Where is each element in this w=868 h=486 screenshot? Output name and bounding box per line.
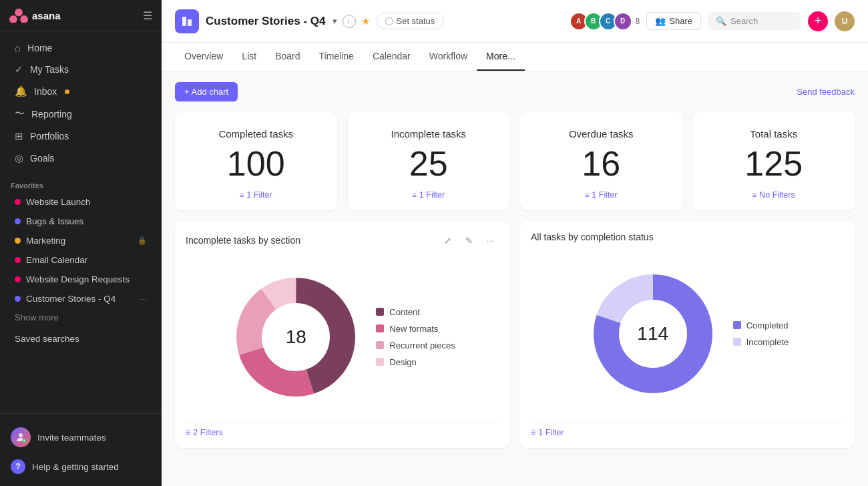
favorites-label: Favorites	[0, 175, 162, 192]
tab-list[interactable]: List	[232, 43, 266, 71]
invite-teammates[interactable]: + Invite teammates	[0, 421, 162, 454]
chart-header: Incomplete tasks by section ⤢ ✎ ···	[186, 232, 499, 249]
legend-item: Content	[376, 307, 455, 317]
fav-item-customer-stories[interactable]: Customer Stories - Q4 ···	[4, 290, 158, 308]
svg-point-2	[20, 15, 28, 23]
fav-item-label: Customer Stories - Q4	[26, 294, 116, 304]
svg-point-3	[19, 433, 23, 437]
chevron-down-icon[interactable]: ▾	[333, 16, 337, 26]
tab-more[interactable]: More...	[477, 43, 525, 71]
chart-title: All tasks by completion status	[531, 232, 654, 242]
tab-calendar[interactable]: Calendar	[363, 43, 420, 71]
legend-item: New formats	[376, 324, 455, 334]
topbar-icons: ▾ i ★	[333, 15, 370, 28]
stat-filter[interactable]: ≡ No Filters	[706, 190, 842, 200]
legend-item: Recurrent pieces	[376, 340, 455, 350]
inbox-notification-dot	[65, 89, 69, 94]
user-avatar[interactable]: U	[835, 11, 855, 31]
stat-filter[interactable]: ≡ 1 Filter	[361, 190, 497, 200]
stat-card-title: Total tasks	[706, 128, 842, 140]
chart-body: 114 Completed Incomplete	[531, 250, 844, 417]
legend-item: Completed	[733, 320, 789, 330]
stat-filter[interactable]: ≡ 1 Filter	[533, 190, 669, 200]
svg-rect-7	[188, 19, 192, 26]
chart-body: 18 Content New formats Rec	[186, 257, 499, 417]
sidebar: asana ☰ ⌂ Home ✓ My Tasks 🔔 Inbox 〜 Repo…	[0, 0, 162, 486]
chart1-footer[interactable]: ≡ 2 Filters	[186, 422, 499, 437]
stat-filter[interactable]: ≡ 1 Filter	[188, 190, 324, 200]
fav-item-label: Website Design Requests	[26, 274, 130, 284]
fav-color-dot	[15, 296, 21, 302]
show-more-link[interactable]: Show more	[4, 309, 158, 326]
fav-item-bugs-issues[interactable]: Bugs & Issues	[4, 212, 158, 230]
more-icon: ···	[140, 294, 147, 304]
chart-header: All tasks by completion status	[531, 232, 844, 242]
donut-chart-2: 114	[586, 267, 720, 401]
svg-rect-6	[182, 17, 186, 26]
chart-card-incomplete-by-section: Incomplete tasks by section ⤢ ✎ ···	[175, 221, 509, 448]
donut-chart-1: 18	[229, 270, 363, 404]
tab-board[interactable]: Board	[266, 43, 309, 71]
send-feedback-link[interactable]: Send feedback	[797, 87, 855, 97]
project-icon	[175, 9, 199, 33]
asana-logo[interactable]: asana	[9, 8, 61, 23]
more-options-icon[interactable]: ···	[481, 232, 499, 249]
lock-icon: 🔒	[138, 236, 147, 245]
fav-item-label: Bugs & Issues	[26, 216, 83, 226]
help-circle-icon: ?	[11, 459, 25, 474]
fav-item-website-design[interactable]: Website Design Requests	[4, 270, 158, 288]
tab-workflow[interactable]: Workflow	[420, 43, 477, 71]
sidebar-item-goals[interactable]: ◎ Goals	[4, 148, 158, 169]
nav-items: ⌂ Home ✓ My Tasks 🔔 Inbox 〜 Reporting ⊞ …	[0, 31, 162, 175]
search-icon: 🔍	[716, 16, 726, 26]
sidebar-item-portfolios[interactable]: ⊞ Portfolios	[4, 126, 158, 147]
saved-searches[interactable]: Saved searches	[4, 327, 158, 346]
invite-icon: +	[11, 427, 31, 447]
sidebar-item-inbox[interactable]: 🔔 Inbox	[4, 81, 158, 102]
chart2-footer[interactable]: ≡ 1 Filter	[531, 422, 844, 437]
sidebar-header: asana ☰	[0, 0, 162, 31]
add-button[interactable]: +	[808, 11, 828, 31]
sidebar-bottom: + Invite teammates ? Help & getting star…	[0, 413, 162, 486]
stat-card-number: 25	[361, 146, 497, 181]
fav-item-marketing[interactable]: Marketing 🔒	[4, 232, 158, 250]
star-icon[interactable]: ★	[361, 15, 370, 27]
filter-icon: ≡	[752, 191, 756, 199]
search-bar[interactable]: 🔍 Search	[708, 12, 801, 30]
expand-icon[interactable]: ⤢	[439, 232, 456, 249]
sidebar-item-label: Reporting	[31, 109, 72, 119]
legend-label: Design	[389, 357, 416, 367]
help-item[interactable]: ? Help & getting started	[0, 454, 162, 479]
info-icon[interactable]: i	[343, 15, 356, 28]
menu-icon[interactable]: ☰	[143, 9, 152, 22]
svg-text:+: +	[23, 438, 26, 443]
legend-color	[733, 338, 741, 346]
fav-item-label: Email Calendar	[26, 255, 87, 265]
tab-timeline[interactable]: Timeline	[310, 43, 363, 71]
stat-card-completed: Completed tasks 100 ≡ 1 Filter	[175, 112, 337, 210]
chart1-legend: Content New formats Recurrent pieces	[376, 307, 455, 367]
legend-color	[733, 321, 741, 329]
edit-chart-icon[interactable]: ✎	[460, 232, 477, 249]
sidebar-item-my-tasks[interactable]: ✓ My Tasks	[4, 59, 158, 80]
fav-item-website-launch[interactable]: Website Launch	[4, 193, 158, 211]
portfolios-icon: ⊞	[15, 130, 23, 142]
legend-item: Design	[376, 357, 455, 367]
legend-item: Incomplete	[733, 337, 789, 347]
legend-color	[376, 341, 384, 349]
sidebar-item-label: My Tasks	[30, 64, 69, 75]
asana-logo-icon	[9, 8, 28, 23]
avatar-count: 8	[636, 17, 640, 26]
chart-title: Incomplete tasks by section	[186, 235, 300, 246]
sidebar-item-reporting[interactable]: 〜 Reporting	[4, 103, 158, 125]
legend-label: New formats	[389, 324, 438, 334]
fav-item-email-calendar[interactable]: Email Calendar	[4, 251, 158, 269]
tabs-bar: Overview List Board Timeline Calendar Wo…	[162, 43, 868, 71]
add-chart-button[interactable]: + Add chart	[175, 82, 238, 101]
share-button[interactable]: 👥 Share	[646, 12, 701, 30]
tab-overview[interactable]: Overview	[175, 43, 232, 71]
goals-icon: ◎	[15, 152, 23, 164]
set-status-button[interactable]: Set status	[377, 13, 444, 29]
stat-card-overdue: Overdue tasks 16 ≡ 1 Filter	[520, 112, 682, 210]
sidebar-item-home[interactable]: ⌂ Home	[4, 37, 158, 58]
